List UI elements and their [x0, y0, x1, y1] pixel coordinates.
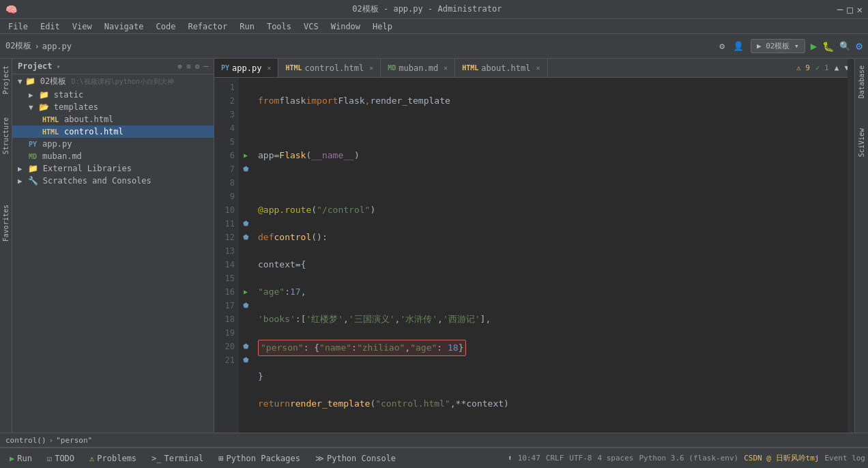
tab-about-html[interactable]: HTML about.html ✕ — [455, 59, 547, 77]
menu-file[interactable]: File — [3, 20, 33, 33]
scroll-up-icon[interactable]: ▲ — [835, 63, 839, 72]
code-line-2 — [258, 121, 849, 135]
breadcrumb-function[interactable]: control() — [5, 436, 46, 445]
tree-item-root[interactable]: ▼ 📁 02模板 D:\视频课程\python小白到大神 — [12, 74, 214, 89]
tab-app-py[interactable]: PY app.py ✕ — [214, 59, 278, 77]
tree-item-control-html[interactable]: HTML control.html — [12, 126, 214, 138]
menu-vcs[interactable]: VCS — [298, 20, 324, 33]
code-editor[interactable]: 12345 678910 1112131415 1617181920 21 ▶ … — [214, 78, 854, 433]
app-menu-icon[interactable]: 🧠 — [5, 4, 17, 15]
menu-run[interactable]: Run — [234, 20, 260, 33]
code-line-8: "age": 17, — [258, 285, 849, 299]
run-button[interactable]: ▶ — [811, 40, 818, 53]
project-label: Project — [18, 61, 53, 71]
bottom-tab-terminal[interactable]: >_ Terminal — [145, 452, 210, 465]
templates-folder-label: 📂 templates — [39, 102, 98, 112]
run-gutter-6[interactable]: ▶ — [240, 149, 251, 162]
debug-gutter-21[interactable]: ⬟ — [240, 353, 251, 367]
tree-item-static[interactable]: ▶ 📁 static — [12, 89, 214, 101]
status-git[interactable]: ⬆ — [508, 454, 512, 463]
status-crlf[interactable]: CRLF — [546, 454, 564, 463]
code-line-6: def control(): — [258, 231, 849, 244]
code-line-13 — [258, 424, 849, 433]
tree-action-4[interactable]: ─ — [203, 62, 208, 71]
tree-item-templates[interactable]: ▼ 📂 templates — [12, 101, 214, 113]
minimize-button[interactable]: ─ — [837, 4, 843, 15]
tab-app-py-close[interactable]: ✕ — [267, 64, 271, 72]
right-tab-database[interactable]: Database — [856, 61, 867, 102]
run-gutter-16[interactable]: ▶ — [240, 285, 251, 299]
tree-item-muban-md[interactable]: MD muban.md — [12, 150, 214, 162]
tree-item-app-py[interactable]: PY app.py — [12, 138, 214, 150]
tree-action-2[interactable]: ≡ — [186, 62, 191, 71]
menu-navigate[interactable]: Navigate — [99, 20, 149, 33]
status-python[interactable]: Python 3.6 (flask-env) — [639, 454, 738, 463]
breadcrumb-arrow: › — [49, 436, 54, 445]
breadcrumb-key[interactable]: "person" — [56, 436, 92, 445]
bottom-tab-python-packages[interactable]: ⊞ Python Packages — [212, 452, 307, 465]
tab-muban-md[interactable]: MD muban.md ✕ — [381, 59, 455, 77]
breadcrumb-part1[interactable]: 02模板 — [5, 40, 31, 52]
debug-gutter-11[interactable]: ⬟ — [240, 217, 251, 231]
bottom-tab-run[interactable]: ▶ Run — [3, 452, 39, 465]
search-icon[interactable]: 🔍 — [839, 41, 850, 51]
tab-about-html-label: about.html — [481, 63, 530, 73]
todo-tab-label: TODO — [55, 454, 74, 463]
app-py-icon: PY — [29, 141, 37, 148]
menu-code[interactable]: Code — [151, 20, 182, 33]
menu-tools[interactable]: Tools — [261, 20, 297, 33]
menu-edit[interactable]: Edit — [35, 20, 66, 33]
python-console-tab-icon: ≫ — [315, 454, 324, 463]
code-content[interactable]: from flask import Flask, render_template… — [252, 78, 854, 433]
breadcrumb-bar: control() › "person" — [0, 433, 868, 448]
menu-help[interactable]: Help — [367, 20, 398, 33]
bottom-tab-python-console[interactable]: ≫ Python Console — [308, 452, 403, 465]
menu-view[interactable]: View — [67, 20, 98, 33]
left-tab-project[interactable]: Project — [1, 61, 11, 98]
editor-scrollbar[interactable] — [848, 59, 854, 433]
python-console-tab-label: Python Console — [327, 454, 396, 463]
right-sidebar: Database SciView — [854, 59, 868, 433]
menu-refactor[interactable]: Refactor — [182, 20, 233, 33]
tab-muban-md-close[interactable]: ✕ — [444, 64, 448, 72]
tree-item-ext-libs[interactable]: ▶ 📁 External Libraries — [12, 162, 214, 175]
status-encoding[interactable]: UTF-8 — [569, 454, 592, 463]
settings2-icon[interactable]: ⚙ — [856, 40, 863, 53]
debug-gutter-17[interactable]: ⬟ — [240, 299, 251, 312]
tab-app-py-icon: PY — [221, 64, 229, 72]
left-tab-structure[interactable]: Structure — [1, 113, 11, 158]
tree-item-scratches[interactable]: ▶ 🔧 Scratches and Consoles — [12, 175, 214, 187]
debug-gutter-7[interactable]: ⬟ — [240, 162, 251, 176]
tab-control-html-close[interactable]: ✕ — [369, 64, 373, 72]
tab-about-html-close[interactable]: ✕ — [536, 64, 540, 72]
todo-tab-icon: ☑ — [47, 454, 52, 463]
ok-count[interactable]: ✓ 1 — [815, 63, 829, 72]
tree-item-about-html[interactable]: HTML about.html — [12, 113, 214, 126]
debug-button[interactable]: 🐛 — [822, 41, 834, 52]
left-tab-favorites[interactable]: Favorites — [1, 201, 11, 246]
breadcrumb-part2[interactable]: app.py — [42, 42, 72, 51]
toolbar: 02模板 › app.py ⚙ 👤 ▶ 02模板 ▾ ▶ 🐛 🔍 ⚙ — [0, 34, 868, 59]
status-indent[interactable]: 4 spaces — [597, 454, 633, 463]
debug-gutter-20[interactable]: ⬟ — [240, 340, 251, 353]
tree-action-3[interactable]: ⚙ — [195, 62, 200, 71]
settings-icon[interactable]: ⚙ — [719, 41, 725, 51]
run-tab-label: Run — [17, 454, 32, 463]
run-config-button[interactable]: ▶ 02模板 ▾ — [751, 39, 805, 53]
maximize-button[interactable]: □ — [847, 4, 852, 15]
tab-control-html[interactable]: HTML control.html ✕ — [278, 59, 381, 77]
menu-window[interactable]: Window — [326, 20, 366, 33]
bottom-tabs: ▶ Run ☑ TODO ⚠ Problems >_ Terminal ⊞ Py… — [0, 448, 868, 468]
bottom-tab-problems[interactable]: ⚠ Problems — [83, 452, 143, 465]
close-button[interactable]: ✕ — [857, 4, 863, 15]
debug-gutter-12[interactable]: ⬟ — [240, 231, 251, 244]
avatar-icon[interactable]: 👤 — [733, 41, 744, 51]
status-event-log[interactable]: Event log — [824, 454, 865, 463]
tree-action-1[interactable]: ⊕ — [178, 62, 183, 71]
tab-muban-md-icon: MD — [388, 64, 396, 72]
ext-libs-label: 📁 External Libraries — [28, 164, 132, 173]
status-label: CSDN @ 日昕风吟tmj — [744, 453, 819, 463]
right-tab-sciview[interactable]: SciView — [856, 124, 867, 161]
bottom-tab-todo[interactable]: ☑ TODO — [40, 452, 81, 465]
warning-count[interactable]: ⚠ 9 — [796, 63, 810, 72]
